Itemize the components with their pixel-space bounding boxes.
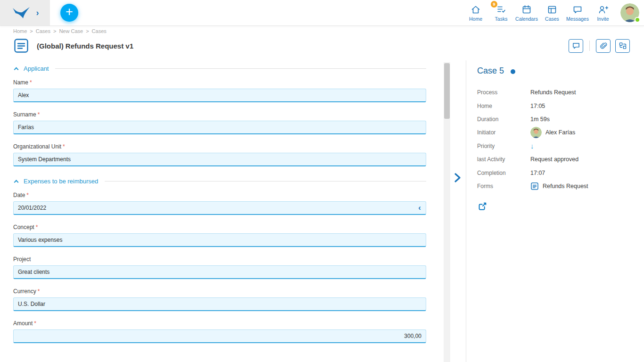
collapse-panel-chevron-icon[interactable]: [452, 172, 463, 186]
share-icon: [478, 201, 487, 211]
nav-home-label: Home: [469, 16, 482, 22]
case-row-home: Home 17:05: [477, 99, 633, 112]
nav-calendars[interactable]: Calendars: [514, 0, 539, 25]
form-icon: [13, 38, 29, 54]
scrollbar-thumb[interactable]: [444, 63, 450, 119]
case-row-initiator: Initiator Alex Farías: [477, 126, 633, 139]
organizational-unit-input[interactable]: [13, 153, 426, 166]
currency-input[interactable]: [13, 297, 426, 311]
share-case-button[interactable]: [478, 201, 487, 211]
divider: [105, 181, 426, 181]
project-input[interactable]: [13, 265, 426, 279]
case-row-value: 17:07: [530, 170, 545, 176]
cases-icon: [547, 4, 557, 15]
collapse-section-chevron-icon[interactable]: [14, 180, 19, 185]
field-label: Concept*: [13, 224, 426, 230]
case-row-priority: Priority ↓: [477, 140, 633, 153]
chat-icon: [572, 41, 580, 50]
field-label: Amount*: [13, 320, 426, 327]
case-row-value: 17:05: [530, 103, 545, 109]
case-row-label: Completion: [477, 170, 530, 176]
breadcrumb-new-case[interactable]: New Case: [59, 28, 83, 34]
user-avatar[interactable]: [620, 3, 639, 22]
paperclip-icon: [599, 41, 608, 50]
home-icon: [471, 4, 481, 15]
case-row-value: Alex Farías: [530, 127, 575, 138]
field-currency: Currency*: [13, 288, 426, 311]
case-row-label: last Activity: [477, 156, 530, 163]
nav-home[interactable]: Home: [463, 0, 488, 25]
case-row-value: Refunds Request: [530, 89, 576, 96]
calendar-icon: [521, 4, 532, 15]
date-picker-chevron-icon[interactable]: ‹: [418, 203, 421, 213]
comments-button[interactable]: [569, 39, 583, 53]
breadcrumb-cases-2[interactable]: Cases: [92, 28, 107, 34]
case-title: Case 5: [477, 66, 504, 76]
required-marker: *: [38, 288, 40, 295]
breadcrumb-cases[interactable]: Cases: [36, 28, 50, 34]
case-row-duration: Duration 1m 59s: [477, 113, 633, 126]
case-row-label: Priority: [477, 143, 530, 149]
nav-invite[interactable]: Invite: [590, 0, 616, 25]
amount-input[interactable]: [13, 329, 426, 343]
field-name: Name*: [13, 79, 426, 102]
field-date: Date* ‹: [13, 192, 426, 215]
field-concept: Concept*: [13, 224, 426, 247]
case-row-value: Refunds Request: [530, 182, 588, 190]
case-row-value: Request approved: [530, 156, 578, 163]
case-row-label: Forms: [477, 183, 530, 189]
case-row-value: 1m 59s: [530, 116, 550, 123]
collapse-section-chevron-icon[interactable]: [14, 67, 19, 72]
online-status-dot: [635, 17, 640, 23]
nav-calendars-label: Calendars: [515, 16, 538, 22]
page-actions: [569, 39, 630, 53]
case-status-dot: [511, 69, 515, 74]
field-label: Surname*: [13, 111, 426, 118]
field-project: Project: [13, 256, 426, 279]
case-row-forms: Forms Refunds Request: [477, 180, 633, 193]
nav-cases-label: Cases: [545, 16, 559, 22]
field-label: Currency*: [13, 288, 426, 295]
date-input[interactable]: [13, 201, 426, 215]
concept-input[interactable]: [13, 233, 426, 247]
divider: [589, 41, 590, 51]
app-logo[interactable]: ›: [0, 0, 50, 25]
breadcrumb: Home > Cases > New Case > Cases: [13, 28, 107, 34]
case-row-process: Process Refunds Request: [477, 86, 633, 99]
required-marker: *: [38, 111, 40, 118]
tasks-count-badge: 9: [491, 1, 497, 8]
process-map-button[interactable]: [615, 39, 630, 53]
case-summary-panel: Case 5 Process Refunds Request Home 17:0…: [477, 62, 633, 211]
nav-cases[interactable]: Cases: [539, 0, 565, 25]
logo-icon: [11, 5, 31, 20]
main-content: Applicant Name* Surname* Organizational …: [0, 60, 644, 362]
new-request-button[interactable]: +: [60, 4, 78, 22]
messages-icon: [572, 4, 583, 15]
nav-invite-label: Invite: [597, 16, 609, 22]
nav-messages[interactable]: Messages: [565, 0, 590, 25]
required-marker: *: [26, 192, 29, 198]
field-label: Date*: [13, 192, 426, 198]
tasks-icon: 9: [496, 4, 506, 15]
case-row-last-activity: last Activity Request approved: [477, 153, 633, 166]
forms-link[interactable]: Refunds Request: [543, 183, 588, 189]
priority-low-icon: ↓: [530, 142, 534, 150]
nav-tasks[interactable]: 9 Tasks: [488, 0, 514, 25]
initiator-name: Alex Farías: [545, 129, 575, 136]
case-row-completion: Completion 17:07: [477, 166, 633, 179]
page-header: (Global) Refunds Request v1: [13, 38, 630, 54]
vertical-scrollbar[interactable]: [444, 62, 450, 362]
request-form: Applicant Name* Surname* Organizational …: [13, 62, 426, 352]
topbar: › + Home 9 Tasks: [0, 0, 644, 25]
field-label: Name*: [13, 79, 426, 86]
menu-expand-chevron-icon[interactable]: ›: [36, 8, 39, 17]
surname-input[interactable]: [13, 121, 426, 134]
required-marker: *: [30, 79, 32, 86]
section-expenses: Expenses to be reimbursed: [13, 178, 426, 185]
attachments-button[interactable]: [596, 39, 611, 53]
breadcrumb-home[interactable]: Home: [13, 28, 27, 34]
name-input[interactable]: [13, 89, 426, 102]
initiator-avatar[interactable]: [530, 127, 542, 138]
topbar-nav: Home 9 Tasks Calendars: [463, 0, 644, 25]
case-row-label: Process: [477, 89, 530, 96]
